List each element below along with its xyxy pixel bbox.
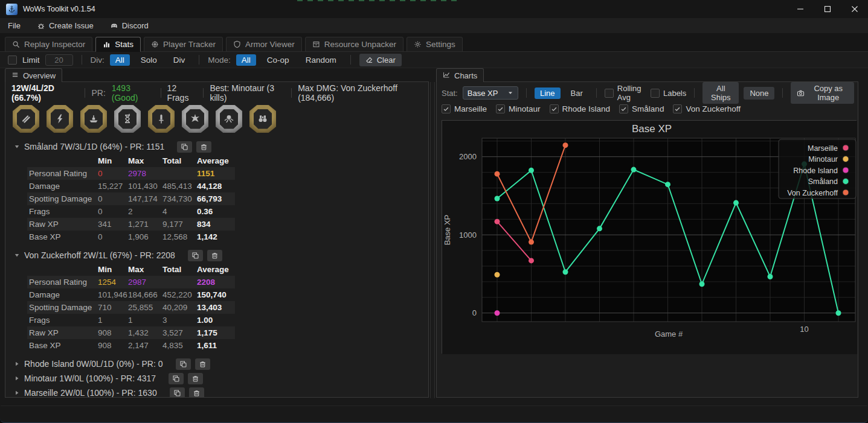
stat-value: 2 <box>126 207 161 216</box>
y-tick-label: 2000 <box>459 152 477 161</box>
stat-label: Personal Rating <box>27 278 96 287</box>
minotaur-checkbox[interactable] <box>496 104 505 113</box>
charts-column: Charts Stat:Base XPLineBarRolling AvgLab… <box>436 68 858 398</box>
minimize-button[interactable] <box>786 0 814 18</box>
tab-charts[interactable]: Charts <box>436 68 484 82</box>
caret-right-icon <box>14 390 20 396</box>
data-point <box>529 240 534 245</box>
tab-replay-inspector[interactable]: Replay Inspector <box>5 37 92 52</box>
column-header: Min <box>96 156 126 165</box>
tab-armor-viewer[interactable]: Armor Viewer <box>226 37 302 52</box>
ship-section-rhode-island: Rhode Island 0W/0L/1D (0%) - PR: 0 <box>14 357 422 370</box>
von-zuckerhoff-checkbox[interactable] <box>673 104 682 113</box>
filter-option-all[interactable]: All <box>110 54 130 66</box>
stat-value: 1 <box>96 316 126 325</box>
ship-filter-marseille[interactable]: Marseille <box>442 104 487 113</box>
data-point <box>836 310 841 316</box>
limit-checkbox[interactable] <box>8 56 17 65</box>
legend-swatch <box>843 145 849 151</box>
stat-value: 2208 <box>195 278 233 287</box>
menu-item-file[interactable]: File <box>8 21 21 30</box>
ship-filter-sm-land[interactable]: Småland <box>619 104 664 113</box>
menu-item-discord[interactable]: Discord <box>110 21 149 30</box>
delete-ship-stats-button[interactable] <box>189 387 204 398</box>
stat-dropdown[interactable]: Base XP <box>463 86 518 100</box>
all-ships-button[interactable]: All Ships <box>702 82 739 104</box>
toggle-labels[interactable]: Labels <box>651 89 686 98</box>
x-tick-label: 10 <box>800 325 808 334</box>
stat-row: Personal Rating125429872208 <box>27 276 235 288</box>
ship-header-minotaur[interactable]: Minotaur 1W/0L (100%) - PR: 4317 <box>14 372 422 385</box>
ship-filter-minotaur[interactable]: Minotaur <box>496 104 541 113</box>
divider <box>85 88 85 98</box>
marseille-checkbox[interactable] <box>442 104 451 113</box>
caret-right-icon <box>14 375 20 381</box>
stat-label: Frags <box>27 207 96 216</box>
maximize-button[interactable] <box>814 0 841 18</box>
labels-checkbox[interactable] <box>651 89 660 98</box>
delete-ship-stats-button[interactable] <box>195 358 210 370</box>
discord-icon <box>110 22 118 30</box>
ship-stats-list: Småland 7W/3L/1D (64%) - PR: 1151MinMaxT… <box>14 140 422 398</box>
rhode-island-checkbox[interactable] <box>550 104 559 113</box>
stat-value: 4 <box>161 207 195 216</box>
divider <box>526 88 527 98</box>
ship-header-rhode-island[interactable]: Rhode Island 0W/0L/1D (0%) - PR: 0 <box>14 357 422 371</box>
filter-option-div[interactable]: Div <box>168 54 191 66</box>
copy-ship-stats-button[interactable] <box>176 358 191 370</box>
achievement-badges <box>13 105 422 133</box>
ship-section-von-zuckerhoff: Von Zuckerhoff 2W/1L (67%) - PR: 2208Min… <box>14 249 422 352</box>
torpedo-medal-icon <box>17 109 35 129</box>
rolling-avg-checkbox[interactable] <box>605 89 614 98</box>
legend-label: Minotaur <box>808 155 838 164</box>
close-button[interactable] <box>841 0 868 18</box>
window-title: WoWs Toolkit v0.1.54 <box>23 5 95 13</box>
ship-header-von-zuckerhoff[interactable]: Von Zuckerhoff 2W/1L (67%) - PR: 2208 <box>14 249 422 262</box>
delete-ship-stats-button[interactable] <box>196 141 211 153</box>
chart-type-line[interactable]: Line <box>535 87 561 99</box>
ship-filter-rhode-island[interactable]: Rhode Island <box>550 104 611 113</box>
filter-option-co-op[interactable]: Co-op <box>262 54 295 66</box>
tab-player-tracker[interactable]: Player Tracker <box>144 37 223 52</box>
tab-resource-unpacker[interactable]: Resource Unpacker <box>305 37 403 52</box>
limit-input[interactable] <box>45 54 73 66</box>
legend-label: Småland <box>808 177 838 186</box>
data-point <box>563 142 568 148</box>
copy-ship-stats-button[interactable] <box>170 387 185 398</box>
delete-ship-stats-button[interactable] <box>188 373 203 384</box>
ship-header-sm-land[interactable]: Småland 7W/3L/1D (64%) - PR: 1151 <box>14 140 422 153</box>
medal-warship <box>80 105 107 133</box>
delete-ship-stats-button[interactable] <box>207 250 222 261</box>
sm-land-checkbox[interactable] <box>619 104 628 113</box>
none-button[interactable]: None <box>744 87 774 100</box>
tab-settings[interactable]: Settings <box>407 37 463 52</box>
stat-value: 1,906 <box>126 232 161 241</box>
copy-ship-stats-button[interactable] <box>177 141 192 153</box>
divider <box>350 55 351 65</box>
column-header: Total <box>161 265 195 274</box>
copy-ship-stats-button[interactable] <box>188 250 203 261</box>
stat-value: 184,666 <box>126 290 161 299</box>
data-point <box>597 226 602 231</box>
chart-container: 01000200010Base XPBase XPGame #Marseille… <box>442 120 857 354</box>
stat-value: 25,855 <box>126 303 161 312</box>
clear-button[interactable]: Clear <box>359 54 402 66</box>
stat-label: Raw XP <box>27 220 96 229</box>
tab-overview[interactable]: Overview <box>5 68 62 82</box>
filter-option-solo[interactable]: Solo <box>135 54 162 66</box>
filter-option-random[interactable]: Random <box>300 54 342 66</box>
ship-header-marseille[interactable]: Marseille 2W/0L (100%) - PR: 1630 <box>14 386 422 398</box>
data-point <box>665 182 670 187</box>
copy-ship-stats-button[interactable] <box>169 373 184 384</box>
copy-as-image-button[interactable]: Copy as Image <box>791 82 854 104</box>
panel-scrollbar[interactable] <box>429 82 436 398</box>
ship-filter-von-zuckerhoff[interactable]: Von Zuckerhoff <box>673 104 741 113</box>
tab-stats[interactable]: Stats <box>95 37 141 52</box>
stat-value: 3 <box>161 316 195 325</box>
toggle-rolling-avg[interactable]: Rolling Avg <box>605 84 646 102</box>
caret-right-icon <box>14 361 20 367</box>
helm-wheel-icon <box>151 40 159 48</box>
menu-item-create-issue[interactable]: Create Issue <box>37 21 94 30</box>
chart-type-bar[interactable]: Bar <box>565 87 588 99</box>
filter-option-all[interactable]: All <box>236 54 256 66</box>
